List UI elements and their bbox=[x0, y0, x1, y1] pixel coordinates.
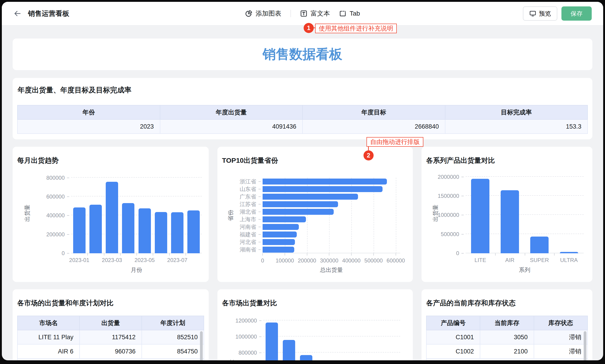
page-title: 销售运营看板 bbox=[28, 9, 69, 18]
cell-year: 2023 bbox=[17, 119, 160, 134]
cell-plan: 854750 bbox=[142, 344, 204, 359]
add-chart-button[interactable]: 添加图表 bbox=[245, 9, 281, 18]
back-button[interactable] bbox=[13, 9, 22, 18]
table-header-row: 产品编号 当前库存 库存状态 bbox=[426, 316, 588, 330]
annotation-step-badge: 2 bbox=[364, 150, 374, 160]
cell-shipments: 1175412 bbox=[79, 330, 142, 344]
table-scrollbar[interactable] bbox=[584, 331, 586, 360]
monitor-icon bbox=[529, 10, 536, 17]
card-title: 各产品的当前库存和库存状态 bbox=[426, 299, 592, 308]
table-row: 2023 4091436 2668840 153.3 bbox=[17, 119, 588, 134]
cell-completion-rate: 153.3 bbox=[445, 119, 588, 134]
cell-market: AIR 6 bbox=[17, 344, 79, 359]
annotation-callout: 自由拖动进行排版 bbox=[367, 137, 423, 147]
cell-stock: 2100 bbox=[480, 344, 534, 359]
canvas: 销售数据看板 年度出货量、年度目标及目标完成率 年份 年度出货量 年度目标 目标… bbox=[13, 39, 592, 360]
app-window: 销售运营看板 添加图表 富 bbox=[2, 2, 603, 360]
column-header: 当前库存 bbox=[480, 316, 534, 330]
column-header: 出货量 bbox=[79, 316, 142, 330]
save-button[interactable]: 保存 bbox=[561, 6, 592, 21]
column-header: 年份 bbox=[17, 105, 160, 119]
monthly-trend-chart-card[interactable]: 每月出货趋势 02000004000006000008000002023-012… bbox=[13, 147, 209, 282]
cell-product-code: C1002 bbox=[426, 344, 480, 359]
preview-button[interactable]: 预览 bbox=[523, 6, 557, 21]
chart-title: 各系列产品出货量对比 bbox=[426, 156, 495, 165]
chart-title: 每月出货趋势 bbox=[17, 156, 58, 165]
tab-label: Tab bbox=[350, 10, 360, 17]
top10-provinces-chart-card[interactable]: TOP10出货量省份 01000002000003000004000005000… bbox=[217, 147, 413, 282]
series-comparison-bar-chart: 0500000100000015000002000000LITEAIRSUPER… bbox=[421, 147, 592, 282]
cell-annual-shipments: 4091436 bbox=[160, 119, 303, 134]
column-header: 年度目标 bbox=[302, 105, 445, 119]
table-scrollbar[interactable] bbox=[200, 331, 203, 360]
column-header: 产品编号 bbox=[426, 316, 480, 330]
chart-title: TOP10出货量省份 bbox=[222, 156, 278, 165]
annual-summary-table: 年份 年度出货量 年度目标 目标完成率 2023 4091436 2668840… bbox=[17, 105, 588, 134]
monthly-trend-bar-chart: 02000004000006000008000002023-012023-032… bbox=[13, 147, 209, 282]
dashboard-title-card[interactable]: 销售数据看板 bbox=[13, 39, 592, 70]
table-header-row: 年份 年度出货量 年度目标 目标完成率 bbox=[17, 105, 588, 119]
rich-text-label: 富文本 bbox=[311, 9, 330, 18]
cell-shipments: 960736 bbox=[79, 344, 142, 359]
bottom-row: 各市场的出货量和年度计划对比 市场名 出货量 年度计划 LITE bbox=[13, 289, 592, 360]
annual-summary-heading: 年度出货量、年度目标及目标完成率 bbox=[17, 85, 588, 95]
inventory-table: 产品编号 当前库存 库存状态 C1001 3050 滞销 bbox=[426, 316, 588, 360]
series-comparison-chart-card[interactable]: 各系列产品出货量对比 0500000100000015000002000000L… bbox=[421, 147, 592, 282]
annotation-step-badge: 1 bbox=[304, 23, 314, 33]
cell-stock: 3050 bbox=[480, 330, 534, 344]
table-row-partial bbox=[426, 359, 588, 360]
preview-label: 预览 bbox=[539, 10, 551, 18]
tab-component-button[interactable]: Tab bbox=[339, 10, 360, 17]
back-arrow-icon bbox=[13, 9, 22, 18]
table-row: LITE 11 Play 1175412 852510 bbox=[17, 330, 204, 344]
annual-summary-card[interactable]: 年度出货量、年度目标及目标完成率 年份 年度出货量 年度目标 目标完成率 202… bbox=[13, 78, 592, 139]
text-icon bbox=[300, 10, 307, 17]
rich-text-button[interactable]: 富文本 bbox=[300, 9, 330, 18]
tab-icon bbox=[339, 10, 346, 17]
annotation-callout: 使用其他组件进行补充说明 bbox=[315, 24, 397, 33]
inventory-table-card[interactable]: 各产品的当前库存和库存状态 产品编号 当前库存 库存状态 C10 bbox=[421, 289, 592, 360]
column-header: 市场名 bbox=[17, 316, 79, 330]
pie-chart-icon bbox=[245, 10, 252, 17]
table-row-partial bbox=[17, 359, 204, 360]
cell-annual-target: 2668840 bbox=[302, 119, 445, 134]
top10-provinces-bar-chart: 0100000200000300000400000500000600000浙江省… bbox=[217, 147, 413, 282]
toolbar-divider bbox=[290, 10, 291, 17]
component-toolbar: 添加图表 富文本 bbox=[245, 2, 360, 25]
card-title: 各市场的出货量和年度计划对比 bbox=[17, 299, 209, 308]
column-header: 目标完成率 bbox=[445, 105, 588, 119]
cell-product-code: C1001 bbox=[426, 330, 480, 344]
cell-stock-status: 滞销 bbox=[534, 330, 588, 344]
market-plan-table-card[interactable]: 各市场的出货量和年度计划对比 市场名 出货量 年度计划 LITE bbox=[13, 289, 209, 360]
table-header-row: 市场名 出货量 年度计划 bbox=[17, 316, 204, 330]
column-header: 库存状态 bbox=[534, 316, 588, 330]
dashboard-title: 销售数据看板 bbox=[263, 45, 342, 63]
column-header: 年度出货量 bbox=[160, 105, 303, 119]
annotation-connector bbox=[368, 146, 369, 151]
table-row: C1001 3050 滞销 bbox=[426, 330, 588, 344]
market-shipments-chart-card[interactable]: 各市场出货量对比 0200000400000600000800000100000… bbox=[217, 289, 413, 360]
charts-row: 每月出货趋势 02000004000006000008000002023-012… bbox=[13, 147, 592, 282]
chart-title: 各市场出货量对比 bbox=[222, 299, 277, 308]
top-bar: 销售运营看板 添加图表 富 bbox=[2, 2, 603, 26]
table-row: C1002 2100 滞销 bbox=[426, 344, 588, 359]
cell-stock-status: 滞销 bbox=[534, 344, 588, 359]
market-plan-table: 市场名 出货量 年度计划 LITE 11 Play 1175412 852510 bbox=[17, 316, 204, 360]
cell-market: LITE 11 Play bbox=[17, 330, 79, 344]
column-header: 年度计划 bbox=[142, 316, 204, 330]
add-chart-label: 添加图表 bbox=[255, 9, 281, 18]
table-row: AIR 6 960736 854750 bbox=[17, 344, 204, 359]
cell-plan: 852510 bbox=[142, 330, 204, 344]
